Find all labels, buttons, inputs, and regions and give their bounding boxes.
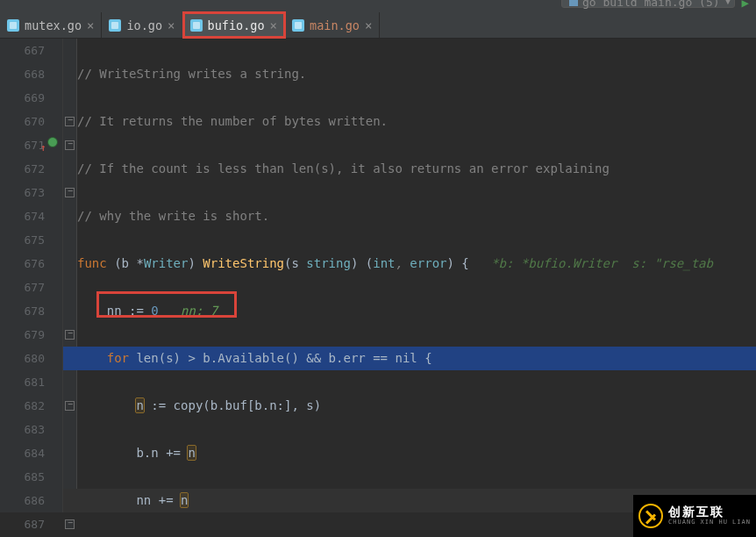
tab-main[interactable]: main.go × — [285, 12, 380, 38]
line-number: 667 — [0, 39, 45, 62]
line-number: 674 — [0, 204, 45, 228]
top-toolbar: go build main.go (5) ▼ ▶ — [0, 0, 756, 12]
line-number: 678 — [0, 299, 45, 323]
play-icon[interactable]: ▶ — [742, 0, 749, 10]
watermark-text-cn: 创新互联 — [668, 505, 751, 519]
watermark-logo-icon — [638, 504, 663, 528]
line-number: 681 — [0, 370, 45, 394]
line-number: 684 — [0, 441, 45, 465]
line-number: 673 — [0, 181, 45, 204]
watermark-text-en: CHUANG XIN HU LIAN — [668, 519, 751, 526]
code-line: b.n += n — [77, 441, 756, 465]
line-number: 675 — [0, 228, 45, 252]
line-number: 679 — [0, 323, 45, 347]
line-number: 671 ↑ — [0, 133, 45, 157]
build-config-label: go build main.go (5) — [582, 0, 720, 9]
go-file-icon — [7, 19, 19, 32]
line-number: 682 — [0, 394, 45, 418]
code-line-highlighted: for len(s) > b.Available() && b.err == n… — [63, 347, 756, 370]
close-icon[interactable]: × — [168, 18, 175, 32]
code-line: // why the write is short. — [77, 204, 756, 228]
code-area[interactable]: // WriteString writes a string. // It re… — [63, 39, 756, 512]
close-icon[interactable]: × — [87, 18, 94, 32]
close-icon[interactable]: × — [365, 18, 372, 32]
code-line: // If the count is less than len(s), it … — [77, 157, 756, 181]
go-file-icon — [569, 0, 578, 6]
tab-label: main.go — [310, 18, 360, 32]
line-number: 686 — [0, 489, 45, 512]
tab-io[interactable]: io.go × — [102, 12, 182, 38]
fold-toggle-icon[interactable] — [65, 519, 75, 529]
line-number: 672 — [0, 157, 45, 181]
editor-tabs: mutex.go × io.go × bufio.go × main.go × — [0, 12, 756, 39]
line-number: 677 — [0, 276, 45, 299]
line-number: 670 — [0, 110, 45, 133]
chevron-down-icon: ▼ — [725, 0, 730, 6]
go-file-icon — [109, 19, 121, 32]
tab-bufio[interactable]: bufio.go × — [183, 12, 285, 38]
tab-label: mutex.go — [25, 18, 82, 32]
code-line: n := copy(b.buf[b.n:], s) — [77, 394, 756, 418]
line-number: 676 — [0, 252, 45, 276]
line-number: 683 — [0, 418, 45, 441]
code-editor[interactable]: 667 668 669 670 671 ↑ 672 673 674 675 67… — [0, 39, 756, 512]
code-line: // WriteString writes a string. — [77, 62, 756, 86]
watermark: 创新互联 CHUANG XIN HU LIAN — [633, 495, 756, 537]
go-file-icon — [190, 19, 203, 32]
code-line: nn := 0 nn: 7 — [77, 299, 756, 323]
line-number: 668 — [0, 62, 45, 86]
line-number: 687 — [0, 512, 45, 536]
line-number-gutter: 667 668 669 670 671 ↑ 672 673 674 675 67… — [0, 39, 63, 512]
code-line: // It returns the number of bytes writte… — [77, 110, 756, 133]
tab-label: bufio.go — [208, 18, 265, 32]
tab-mutex[interactable]: mutex.go × — [0, 12, 102, 38]
line-number: 669 — [0, 86, 45, 110]
breakpoint-icon[interactable]: ↑ — [32, 137, 47, 153]
build-config-dropdown[interactable]: go build main.go (5) ▼ — [561, 0, 735, 8]
tab-label: io.go — [126, 18, 162, 32]
line-number: 685 — [0, 465, 45, 489]
code-line: func (b *Writer) WriteString(s string) (… — [77, 252, 756, 276]
line-number: 680 — [0, 347, 45, 370]
close-icon[interactable]: × — [270, 18, 277, 32]
go-file-icon — [292, 19, 304, 32]
